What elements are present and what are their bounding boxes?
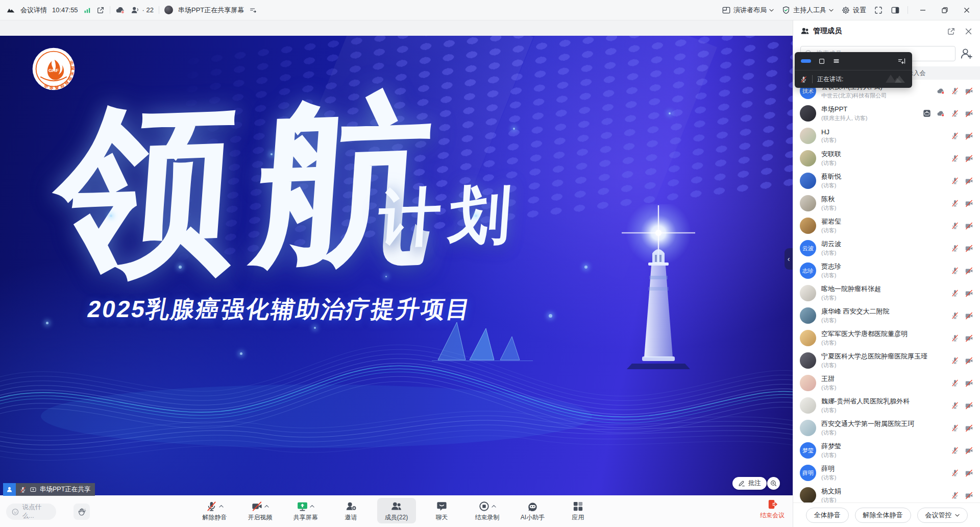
close-panel-icon[interactable]	[964, 27, 973, 36]
member-mic-muted-icon[interactable]	[951, 199, 959, 207]
member-row[interactable]: 蔡昕悦 (访客)	[793, 170, 980, 192]
settings-button[interactable]: 设置	[841, 6, 866, 15]
list-view-icon[interactable]	[832, 57, 840, 65]
screen-share-button[interactable]: 共享屏幕	[286, 498, 325, 523]
member-row[interactable]: 志珍 贾志珍 (访客)	[793, 259, 980, 282]
member-camera-muted-icon[interactable]	[965, 109, 973, 118]
sharing-options-icon[interactable]	[249, 6, 257, 14]
zoom-button[interactable]	[767, 477, 780, 490]
member-camera-muted-icon[interactable]	[965, 491, 973, 500]
member-list[interactable]: 技术 会议技术(主持人, 我) 中世云(北京)科技有限公司 串场PPT (联席主…	[793, 80, 980, 502]
popout-panel-icon[interactable]	[947, 27, 955, 36]
ai-assistant-button[interactable]: AI小助手	[513, 498, 552, 523]
member-mic-muted-icon[interactable]	[951, 109, 959, 117]
member-mic-muted-icon[interactable]	[951, 469, 959, 477]
member-row[interactable]: 西安交通大学第一附属医院王珂 (访客)	[793, 417, 980, 439]
minimize-videos-icon[interactable]	[801, 59, 811, 63]
member-row[interactable]: 翟岩玺 (访客)	[793, 214, 980, 237]
sharer-person-icon[interactable]	[3, 483, 16, 496]
chevron-up-icon[interactable]	[219, 504, 224, 509]
member-row[interactable]: 宁夏医科大学总医院肿瘤医院厚玉瑾 (访客)	[793, 349, 980, 372]
member-camera-muted-icon[interactable]	[965, 446, 973, 455]
raise-hand-button[interactable]	[74, 504, 90, 520]
member-mic-muted-icon[interactable]	[951, 267, 959, 275]
member-camera-muted-icon[interactable]	[965, 469, 973, 477]
mic-muted-button[interactable]: 解除静音	[195, 498, 234, 523]
close-window-button[interactable]	[960, 3, 974, 17]
member-mic-muted-icon[interactable]	[951, 491, 959, 499]
meeting-details-button[interactable]: 会议详情	[20, 6, 47, 15]
network-signal-icon[interactable]	[83, 6, 91, 14]
member-mic-muted-icon[interactable]	[951, 312, 959, 320]
member-mic-muted-icon[interactable]	[951, 334, 959, 342]
cloud-recording-icon[interactable]	[115, 5, 126, 15]
member-camera-muted-icon[interactable]	[965, 401, 973, 410]
member-camera-muted-icon[interactable]	[965, 132, 973, 140]
pop-out-window-icon[interactable]	[96, 6, 105, 14]
chat-button[interactable]: 聊天	[423, 498, 461, 523]
add-member-button[interactable]	[960, 47, 973, 60]
member-camera-muted-icon[interactable]	[965, 87, 973, 95]
smiley-icon[interactable]	[11, 508, 19, 516]
member-row[interactable]: 空军军医大学唐都医院董彦明 (访客)	[793, 327, 980, 349]
member-mic-muted-icon[interactable]	[951, 401, 959, 410]
chevron-up-icon[interactable]	[492, 504, 496, 509]
end-meeting-button[interactable]: 结束会议	[760, 498, 785, 520]
fullscreen-icon[interactable]	[874, 6, 883, 15]
member-mic-muted-icon[interactable]	[951, 244, 959, 252]
collapse-panel-tab[interactable]: ‹	[785, 248, 793, 270]
minimize-button[interactable]	[916, 3, 930, 17]
dock-to-side-icon[interactable]	[897, 57, 906, 65]
member-camera-muted-icon[interactable]	[965, 424, 973, 433]
restore-window-button[interactable]	[938, 3, 952, 17]
chevron-up-icon[interactable]	[310, 504, 314, 509]
single-view-icon[interactable]	[818, 58, 825, 65]
host-tools-button[interactable]: 主持人工具	[781, 6, 834, 15]
member-mic-muted-icon[interactable]	[951, 289, 959, 297]
member-row[interactable]: HJ (访客)	[793, 125, 980, 147]
member-camera-muted-icon[interactable]	[965, 312, 973, 320]
member-camera-muted-icon[interactable]	[965, 199, 973, 208]
meeting-controls-button[interactable]: 会议管控	[917, 508, 968, 523]
member-camera-muted-icon[interactable]	[965, 334, 973, 343]
member-mic-muted-icon[interactable]	[951, 132, 959, 140]
member-camera-muted-icon[interactable]	[965, 154, 973, 163]
member-camera-muted-icon[interactable]	[965, 244, 973, 253]
member-row[interactable]: 梦莹 薛梦莹 (访客)	[793, 439, 980, 462]
chevron-up-icon[interactable]	[264, 504, 269, 509]
member-row[interactable]: 云波 胡云波 (访客)	[793, 237, 980, 259]
member-camera-muted-icon[interactable]	[965, 289, 973, 298]
member-row[interactable]: 陈秋 (访客)	[793, 192, 980, 214]
unmute-all-button[interactable]: 解除全体静音	[855, 508, 911, 523]
floating-video-dock[interactable]: 正在讲话:	[795, 52, 912, 88]
member-row[interactable]: 串场PPT (联席主持人, 访客)	[793, 102, 980, 125]
layout-button[interactable]: 演讲者布局	[722, 6, 774, 15]
member-row[interactable]: 安联联 (访客)	[793, 147, 980, 170]
member-camera-muted-icon[interactable]	[965, 379, 973, 388]
invite-button[interactable]: 邀请	[332, 498, 371, 523]
apps-button[interactable]: 应用	[559, 498, 598, 523]
member-camera-muted-icon[interactable]	[965, 222, 973, 230]
member-row[interactable]: 喀地一院肿瘤科张超 (访客)	[793, 282, 980, 304]
camera-muted-button[interactable]: 开启视频	[241, 498, 280, 523]
member-mic-muted-icon[interactable]	[951, 379, 959, 387]
stop-record-button[interactable]: 结束录制	[468, 498, 507, 523]
member-camera-muted-icon[interactable]	[965, 267, 973, 275]
members-button[interactable]: 成员(22)	[377, 498, 416, 523]
member-mic-muted-icon[interactable]	[951, 222, 959, 230]
member-mic-muted-icon[interactable]	[951, 446, 959, 454]
member-row[interactable]: 薛明 薛明 (访客)	[793, 462, 980, 484]
member-mic-muted-icon[interactable]	[951, 356, 959, 365]
member-mic-muted-icon[interactable]	[951, 424, 959, 432]
member-row[interactable]: 魏娜-贵州省人民医院乳腺外科 (访客)	[793, 394, 980, 417]
member-row[interactable]: 康华峰 西安交大二附院 (访客)	[793, 304, 980, 327]
annotate-button[interactable]: 批注	[732, 477, 767, 490]
quick-chat-input[interactable]: 说点什么...	[6, 504, 56, 520]
member-mic-muted-icon[interactable]	[951, 154, 959, 162]
member-camera-muted-icon[interactable]	[965, 356, 973, 365]
member-mic-muted-icon[interactable]	[951, 177, 959, 185]
member-row[interactable]: 杨文娟 (访客)	[793, 484, 980, 502]
side-panel-toggle-icon[interactable]	[891, 6, 900, 15]
mute-all-button[interactable]: 全体静音	[806, 508, 849, 523]
member-row[interactable]: 王甜 (访客)	[793, 372, 980, 394]
